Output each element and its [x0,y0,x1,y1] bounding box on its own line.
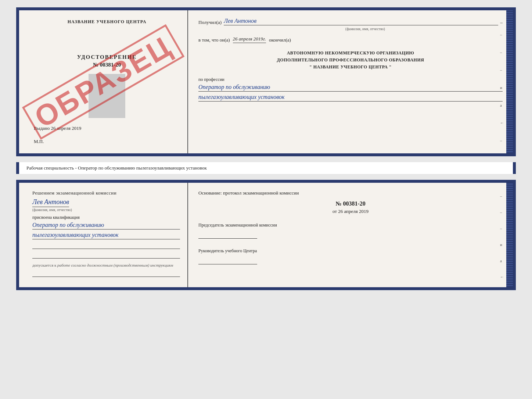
middle-label: Рабочая специальность - Оператор по обсл… [16,162,516,174]
mp-line: М.П. [34,139,180,145]
completed-date: 26 апреля 2019г. [233,36,266,43]
protocol-date: от 26 апреля 2019 [198,209,503,214]
director-signature-line [198,257,257,264]
training-center-title: НАЗВАНИЕ УЧЕБНОГО ЦЕНТРА [34,19,180,25]
org-line2: ДОПОЛНИТЕЛЬНОГО ПРОФЕССИОНАЛЬНОГО ОБРАЗО… [198,57,503,64]
допускается-text: допускается к работе согласно должностны… [32,263,180,267]
completed-suffix: окончил(а) [269,37,291,43]
bottom-card-right: Основание: протокол экзаменационной коми… [188,183,513,287]
fio-label-bottom: (фамилия, имя, отчество) [32,208,180,212]
profession-value2: пылегазоулавливающих установок [198,94,503,101]
org-name: " НАЗВАНИЕ УЧЕБНОГО ЦЕНТРА " [198,64,503,71]
profession-value1: Оператор по обслуживанию [198,84,503,92]
blank-line2 [32,252,180,259]
recipient-line: Получил(а) Лев Антонов – [198,18,503,25]
recipient-name: Лев Антонов [224,18,498,25]
recipient-label: Получил(а) [198,19,222,25]
допускается-value: работе согласно должностным (производств… [57,263,173,267]
org-block: АВТОНОМНУЮ НЕКОММЕРЧЕСКУЮ ОРГАНИЗАЦИЮ ДО… [198,50,503,71]
issued-label: Выдано [34,125,50,131]
protocol-number: № 00381-20 [198,200,503,207]
completed-prefix: в том, что он(а) [198,37,230,43]
issued-line: Выдано 26 апреля 2019 [34,125,180,131]
blank-line1 [32,242,180,249]
protocol-date-prefix: от [332,209,337,214]
right-dashes-bottom: – – – и а ← – – [500,194,504,290]
completed-line: в том, что он(а) 26 апреля 2019г. окончи… [198,36,503,43]
top-document-card: НАЗВАНИЕ УЧЕБНОГО ЦЕНТРА УДОСТОВЕРЕНИЕ №… [16,7,516,156]
person-name-bottom: Лев Антонов [32,198,69,207]
fio-label: (фамилия, имя, отчество) [228,27,503,31]
photo-placeholder [89,74,125,118]
dash-separator: – [500,19,503,25]
basis-text: Основание: протокол экзаменационной коми… [198,190,503,196]
top-card-right: Получил(а) Лев Антонов – (фамилия, имя, … [188,10,513,153]
profession-label: по профессии [198,77,503,82]
bottom-document-card: Решением экзаменационной комиссии Лев Ан… [16,180,516,290]
org-line1: АВТОНОМНУЮ НЕКОММЕРЧЕСКУЮ ОРГАНИЗАЦИЮ [198,50,503,57]
qualification-label: присвоена квалификация [32,215,180,220]
qualification-value1: Оператор по обслуживанию [32,222,180,229]
допускается-prefix: допускается к [32,263,56,267]
blank-line3 [32,270,180,277]
chairman-signature-line [198,231,257,239]
qualification-value2: пылегазоулавливающих установок [32,232,180,239]
protocol-date-value: 26 апреля 2019 [338,209,369,214]
cert-number: № 00381-20 [34,62,180,68]
issued-date: 26 апреля 2019 [51,125,82,131]
director-label: Руководитель учебного Центра [198,247,503,254]
bottom-card-left: Решением экзаменационной комиссии Лев Ан… [19,183,188,287]
right-dashes: – – – и а ← – – – – [500,32,504,156]
decision-text: Решением экзаменационной комиссии [32,190,180,196]
chairman-label: Председатель экзаменационной комиссии [198,222,503,228]
top-card-left: НАЗВАНИЕ УЧЕБНОГО ЦЕНТРА УДОСТОВЕРЕНИЕ №… [19,10,188,153]
cert-label: УДОСТОВЕРЕНИЕ [34,54,180,60]
